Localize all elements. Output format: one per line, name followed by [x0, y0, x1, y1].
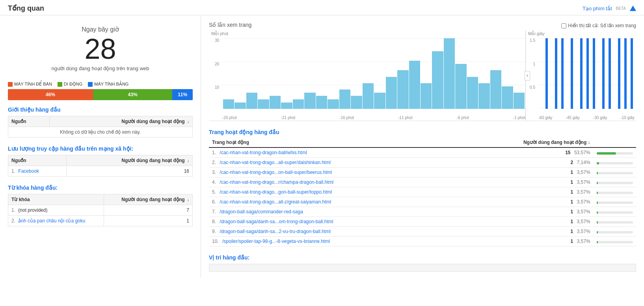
ap-users-cell: 1 3,57%: [465, 227, 593, 237]
ap-row-num: 7.: [212, 209, 216, 215]
bar-left: [514, 93, 525, 109]
luu-luong-title: Lưu lượng truy cập hàng đầu trên mạng xã…: [8, 146, 193, 152]
ap-row: 2. /cac-nhan-vat-trong-drago...all-super…: [209, 158, 636, 168]
gt-col1: Nguồn: [8, 116, 50, 127]
chart-left: Mỗi phút 30 20 10: [209, 30, 526, 121]
tu-khoa-row: 2. ảnh của pan châu nội của goku 1: [8, 216, 193, 226]
ap-users: 15: [565, 150, 570, 155]
ap-bar-fill: [597, 211, 598, 214]
shortcut-link[interactable]: Tạo phím tắt: [583, 6, 612, 11]
tk-keyword-link[interactable]: ảnh của pan châu nội của goku: [18, 218, 85, 224]
bar-right: [631, 38, 633, 109]
ap-bar-fill: [597, 192, 598, 194]
ap-row-num: 9.: [212, 229, 216, 234]
active-pages-table: Trang hoạt động Người dùng đang hoạt độn…: [209, 138, 636, 246]
ap-col1: Trang hoạt động: [209, 138, 465, 147]
ap-users-cell: 15 53,57%: [465, 147, 593, 158]
bar-left: [421, 83, 432, 109]
left-panel: Ngay bây giờ 28 người dùng đang hoạt độn…: [0, 15, 201, 278]
ap-users: 1: [571, 209, 573, 215]
ap-bar-cell: [594, 177, 636, 187]
ap-row: 3. /cac-nhan-vat-trong-drago...on-ball-s…: [209, 168, 636, 177]
ll-source-link[interactable]: Facebook: [18, 168, 39, 174]
ap-bar-cell: [594, 227, 636, 237]
ap-bar-bg: [597, 241, 633, 243]
chart-controls: Số lần xem trang Hiển thị tất cả: Số lần…: [209, 22, 636, 30]
ap-page-link[interactable]: /cac-nhan-vat-trong-drago...all-super/da…: [220, 160, 330, 165]
ap-page-cell: 4. /cac-nhan-vat-trong-drago...r/champa-…: [209, 177, 465, 187]
bar-left: [304, 93, 315, 109]
ap-page-link[interactable]: /spoiler/spoiler-tap-98-g...-8-vegeta-vs…: [222, 239, 330, 244]
tu-khoa-table: Từ khóa Người dùng đang hoạt động ↓ 1. (…: [8, 194, 193, 226]
gt-empty-text: Không có dữ liệu cho chế độ xem này.: [8, 127, 193, 138]
ap-page-link[interactable]: /cac-nhan-vat-trong-drago...gon-ball-sup…: [220, 189, 332, 195]
ap-pct: 3,57%: [577, 229, 590, 234]
left-subtitle: Mỗi phút: [209, 30, 525, 37]
ap-page-cell: 3. /cac-nhan-vat-trong-drago...on-ball-s…: [209, 168, 465, 177]
ap-page-link[interactable]: /cac-nhan-vat-trong-drago...on-ball-supe…: [220, 170, 332, 175]
ap-bar-cell: [594, 237, 636, 246]
ap-page-link[interactable]: /dragon-ball-saga/danh-sa...om-trong-dra…: [220, 219, 333, 224]
ap-bar-fill: [597, 152, 616, 155]
ap-page-cell: 6. /cac-nhan-vat-trong-drago...all-z/gre…: [209, 197, 465, 207]
ap-bar-bg: [597, 231, 633, 233]
top-bar: Tổng quan Tạo phím tắt BETA: [0, 0, 644, 15]
luu-luong-row: 1. Facebook 16: [8, 166, 193, 177]
ap-users-cell: 1 3,57%: [465, 177, 593, 187]
ap-col3: [594, 138, 636, 147]
y-axis-left: 30 20 10: [209, 38, 221, 109]
tu-khoa-row: 1. (not provided) 7: [8, 205, 193, 216]
bar-left: [270, 96, 281, 109]
ap-bar-fill: [597, 172, 598, 174]
bar-left: [467, 77, 478, 109]
ap-page-cell: 7. /dragon-ball-saga/commander-red-saga: [209, 207, 465, 217]
chart-wrapper: Mỗi phút 30 20 10: [209, 30, 636, 121]
ap-users-cell: 1 3,57%: [465, 217, 593, 227]
chart-checkbox-label[interactable]: Hiển thị tất cả: Số lần xem trang: [561, 23, 636, 28]
tk-row-num: 2.: [11, 218, 15, 224]
chart-title: Số lần xem trang: [209, 22, 251, 28]
ap-bar-fill: [597, 182, 598, 184]
bar-right: [545, 38, 548, 109]
vi-tri-placeholder: [209, 264, 636, 272]
chart-area-right: [538, 38, 635, 109]
ap-col2: Người dùng đang hoạt động ↓: [465, 138, 593, 147]
bar-left: [223, 99, 234, 109]
ap-row: 4. /cac-nhan-vat-trong-drago...r/champa-…: [209, 177, 636, 187]
ap-users: 2: [571, 160, 573, 165]
bar-left: [235, 103, 246, 109]
bar-left: [246, 93, 257, 109]
ap-page-link[interactable]: /cac-nhan-vat-trong-drago...r/champa-dra…: [220, 179, 333, 185]
bar-left: [478, 83, 490, 109]
ap-bar-cell: [594, 147, 636, 158]
ap-pct: 3,57%: [577, 179, 590, 185]
ap-users: 1: [571, 229, 573, 234]
ap-page-link[interactable]: /dragon-ball-saga/commander-red-saga: [220, 209, 303, 215]
ap-page-link[interactable]: /cac-nhan-vat-trong-drago...all-z/great-…: [220, 199, 331, 205]
ap-bar-cell: [594, 187, 636, 197]
chart-checkbox[interactable]: [561, 23, 566, 28]
x-axis-left: -26 phút -21 phút -16 phút -11 phút -6 p…: [222, 110, 525, 121]
tk-value: 7: [104, 205, 193, 216]
bar-chart-right: [538, 38, 635, 109]
bar-right: [561, 38, 564, 109]
chart-right: Mỗi giây 1.5 1 0.5: [526, 30, 636, 121]
ap-row: 5. /cac-nhan-vat-trong-drago...gon-ball-…: [209, 187, 636, 197]
ap-bar-fill: [597, 221, 598, 224]
device-legend: MÁY TÍNH ĐỂ BÀN DI ĐỘNG MÁY TÍNH BẢNG: [8, 82, 193, 87]
bar-left: [386, 77, 397, 109]
ap-row: 8. /dragon-ball-saga/danh-sa...om-trong-…: [209, 217, 636, 227]
ll-col1: Nguồn: [8, 155, 67, 166]
ap-pct: 7,14%: [577, 160, 590, 165]
chart-nav[interactable]: ›: [525, 71, 530, 80]
ap-row-num: 5.: [212, 189, 216, 195]
bar-chart-left: [222, 38, 525, 109]
bar-left: [374, 93, 385, 109]
ap-page-link[interactable]: /dragon-ball-saga/danh-sa...2-vu-tru-dra…: [220, 229, 330, 234]
bar-left: [351, 96, 362, 109]
tablet-label: MÁY TÍNH BẢNG: [94, 82, 128, 87]
ll-col2: Người dùng đang hoạt động ↓: [66, 155, 192, 166]
ap-page-link[interactable]: /cac-nhan-vat-trong-dragon-ball/whis.htm…: [220, 150, 307, 155]
ap-bar-cell: [594, 217, 636, 227]
bar-left: [258, 99, 269, 109]
